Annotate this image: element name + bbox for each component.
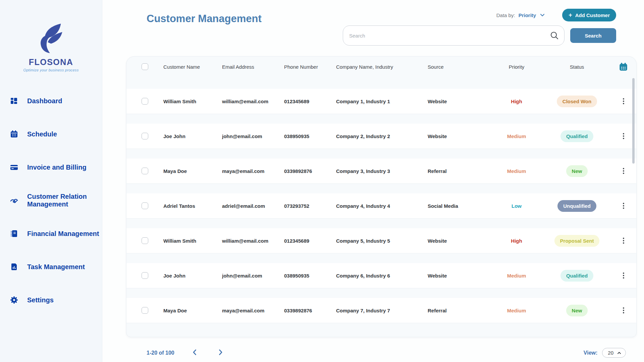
customer-name-cell: Joe John xyxy=(163,273,222,279)
source-cell: Website xyxy=(428,273,490,279)
sidebar-item-invoice-billing[interactable]: Invoice and Billing xyxy=(0,158,102,177)
row-menu-button[interactable] xyxy=(621,166,626,176)
source-cell: Referral xyxy=(428,308,490,313)
email-cell: adriel@email.com xyxy=(222,203,284,209)
table-row: Maya Doe maya@email.com 0339892876 Compa… xyxy=(126,298,636,323)
pagination-bar: 1-20 of 100 View: 20 xyxy=(126,347,637,358)
sidebar-item-financial[interactable]: Financial Management xyxy=(0,224,102,243)
row-checkbox[interactable] xyxy=(142,168,148,174)
source-cell: Referral xyxy=(428,168,490,174)
view-label: View: xyxy=(584,350,598,356)
sidebar-item-customer-relation[interactable]: Customer Relation Management xyxy=(0,191,102,210)
column-header-customer-name: Customer Name xyxy=(163,64,222,70)
sidebar-item-task[interactable]: Task Management xyxy=(0,257,102,276)
source-cell: Social Media xyxy=(428,203,490,209)
customer-name-cell: Joe John xyxy=(163,133,222,139)
sidebar-item-label: Task Management xyxy=(27,263,85,271)
company-cell: Company 6, Industry 6 xyxy=(336,273,428,279)
row-checkbox[interactable] xyxy=(142,272,148,279)
select-all-checkbox[interactable] xyxy=(142,63,148,70)
row-menu-button[interactable] xyxy=(621,96,626,106)
email-cell: maya@email.com xyxy=(222,308,284,313)
sidebar: FLOSONA Optimize your business process D… xyxy=(0,0,102,362)
priority-label: High xyxy=(511,99,522,104)
phone-cell: 012345689 xyxy=(284,238,336,244)
data-by-label: Data by: xyxy=(496,12,515,18)
customer-name-cell: William Smith xyxy=(163,238,222,244)
vertical-scrollbar[interactable] xyxy=(632,78,635,164)
company-cell: Company 3, Industry 3 xyxy=(336,168,428,174)
customer-name-cell: Adriel Tantos xyxy=(163,203,222,209)
row-checkbox[interactable] xyxy=(142,307,148,314)
main-header: Customer Management Data by: Priority + … xyxy=(126,0,637,56)
chevron-down-icon xyxy=(539,12,545,18)
column-header-source: Source xyxy=(428,64,490,70)
company-cell: Company 1, Industry 1 xyxy=(336,99,428,104)
status-badge: New xyxy=(566,305,588,316)
main-content: Customer Management Data by: Priority + … xyxy=(102,0,644,362)
row-checkbox[interactable] xyxy=(142,237,148,244)
chevron-left-icon xyxy=(191,349,199,356)
company-cell: Company 7, Industry 7 xyxy=(336,308,428,313)
row-checkbox[interactable] xyxy=(142,202,148,209)
company-cell: Company 5, Industry 5 xyxy=(336,238,428,244)
priority-label: Medium xyxy=(507,133,526,139)
page-size-select[interactable]: 20 xyxy=(602,348,626,358)
phone-cell: 073293752 xyxy=(284,203,336,209)
priority-label: Medium xyxy=(507,273,526,279)
column-header-company: Company Name, Industry xyxy=(336,64,428,70)
company-cell: Company 2, Industry 2 xyxy=(336,133,428,139)
row-menu-button[interactable] xyxy=(621,305,626,315)
add-customer-label: Add Customer xyxy=(575,12,610,18)
chevron-right-icon xyxy=(217,349,224,356)
email-cell: william@email.com xyxy=(222,238,284,244)
search-icon[interactable] xyxy=(550,31,559,40)
dashboard-grid-icon xyxy=(10,97,18,105)
sidebar-item-dashboard[interactable]: Dashboard xyxy=(0,92,102,110)
pagination-range: 1-20 of 100 xyxy=(147,350,174,356)
phone-cell: 038950935 xyxy=(284,273,336,279)
sidebar-item-label: Schedule xyxy=(27,130,57,138)
row-checkbox[interactable] xyxy=(142,133,148,139)
source-cell: Website xyxy=(428,133,490,139)
status-badge: Unqualified xyxy=(557,200,596,212)
phone-cell: 038950935 xyxy=(284,133,336,139)
gear-icon xyxy=(10,296,18,304)
logo-tagline: Optimize your business process xyxy=(0,68,102,72)
customer-name-cell: William Smith xyxy=(163,99,222,104)
table-body: William Smith william@email.com 01234568… xyxy=(126,89,636,323)
sidebar-item-settings[interactable]: Settings xyxy=(0,291,102,309)
add-customer-button[interactable]: + Add Customer xyxy=(562,9,616,21)
calendar-filter-icon[interactable] xyxy=(619,62,628,71)
data-by-value: Priority xyxy=(519,12,536,18)
previous-page-button[interactable] xyxy=(190,347,200,358)
customer-table-card: Customer Name Email Address Phone Number… xyxy=(126,56,637,337)
search-input[interactable] xyxy=(343,25,565,46)
sidebar-item-label: Dashboard xyxy=(27,97,62,105)
source-cell: Website xyxy=(428,99,490,104)
row-menu-button[interactable] xyxy=(621,131,626,141)
sidebar-item-schedule[interactable]: Schedule xyxy=(0,125,102,143)
status-badge: New xyxy=(566,165,588,177)
row-menu-button[interactable] xyxy=(621,201,626,211)
data-by-dropdown[interactable]: Data by: Priority xyxy=(496,12,545,18)
phone-cell: 0339892876 xyxy=(284,308,336,313)
phone-cell: 012345689 xyxy=(284,99,336,104)
sidebar-item-label: Settings xyxy=(27,296,54,304)
row-checkbox[interactable] xyxy=(142,98,148,105)
column-header-phone: Phone Number xyxy=(284,64,336,70)
email-cell: john@email.com xyxy=(222,273,284,279)
caret-up-icon xyxy=(617,351,622,355)
row-menu-button[interactable] xyxy=(621,236,626,246)
phone-cell: 0339892876 xyxy=(284,168,336,174)
table-row: William Smith william@email.com 01234568… xyxy=(126,228,636,253)
status-badge: Proposal Sent xyxy=(554,235,600,247)
search-button[interactable]: Search xyxy=(570,28,616,43)
row-menu-button[interactable] xyxy=(621,270,626,281)
next-page-button[interactable] xyxy=(215,347,225,358)
column-header-email: Email Address xyxy=(222,64,284,70)
flosona-logo-icon xyxy=(33,21,69,56)
table-row: William Smith william@email.com 01234568… xyxy=(126,89,636,114)
status-badge: Closed Won xyxy=(557,96,597,107)
priority-label: Medium xyxy=(507,168,526,174)
